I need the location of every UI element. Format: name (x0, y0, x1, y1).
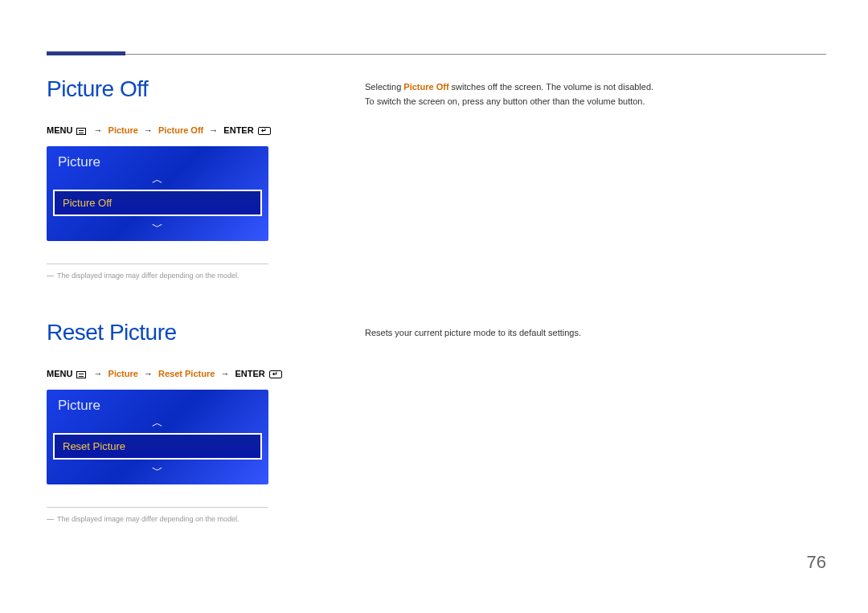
note-content: The displayed image may differ depending… (57, 272, 239, 280)
header-accent-bar (47, 51, 125, 55)
chevron-down-icon: ﹀ (47, 464, 268, 476)
page-number: 76 (807, 552, 826, 573)
note-divider (47, 264, 268, 264)
osd-menu-picture-off: Picture ︿ Picture Off ﹀ (47, 146, 268, 241)
breadcrumb-item-label: Picture Off (158, 125, 203, 135)
arrow-right-icon: → (144, 369, 153, 378)
enter-icon (258, 127, 271, 135)
osd-selected-item: Picture Off (53, 190, 262, 216)
section-title-picture-off: Picture Off (47, 76, 148, 102)
breadcrumb-enter-label: ENTER (223, 125, 253, 135)
breadcrumb-picture-label: Picture (108, 369, 138, 378)
osd-menu-title: Picture (47, 390, 268, 419)
osd-menu-title: Picture (47, 146, 268, 175)
breadcrumb-reset-picture: MENU → Picture → Reset Picture → ENTER (47, 369, 284, 378)
breadcrumb-menu-label: MENU (47, 369, 72, 378)
note-divider (47, 507, 268, 508)
breadcrumb-menu-label: MENU (47, 125, 72, 135)
breadcrumb-item-label: Reset Picture (158, 369, 215, 378)
menu-icon (76, 371, 86, 378)
note-text: ―The displayed image may differ dependin… (47, 515, 239, 523)
body-text-prefix: Selecting (365, 82, 403, 92)
osd-menu-reset-picture: Picture ︿ Reset Picture ﹀ (47, 390, 268, 484)
body-text-suffix: switches off the screen. The volume is n… (449, 82, 654, 92)
enter-icon (269, 370, 282, 378)
description-picture-off: Selecting Picture Off switches off the s… (365, 80, 826, 108)
dash-icon: ― (47, 272, 54, 280)
arrow-right-icon: → (144, 125, 153, 135)
breadcrumb-picture-off: MENU → Picture → Picture Off → ENTER (47, 125, 272, 135)
arrow-right-icon: → (220, 369, 229, 378)
chevron-up-icon: ︿ (47, 417, 268, 428)
header-divider (47, 54, 826, 55)
note-content: The displayed image may differ depending… (57, 515, 239, 523)
section-title-reset-picture: Reset Picture (47, 320, 177, 345)
chevron-down-icon: ﹀ (47, 221, 268, 232)
arrow-right-icon: → (94, 125, 103, 135)
dash-icon: ― (47, 515, 54, 523)
note-text: ―The displayed image may differ dependin… (47, 272, 239, 280)
breadcrumb-picture-label: Picture (108, 125, 138, 135)
osd-selected-item: Reset Picture (53, 433, 262, 460)
description-reset-picture: Resets your current picture mode to its … (365, 326, 826, 341)
body-highlight: Picture Off (403, 82, 448, 92)
breadcrumb-enter-label: ENTER (235, 369, 264, 378)
arrow-right-icon: → (209, 125, 218, 135)
body-text-line2: To switch the screen on, press any butto… (365, 96, 645, 106)
menu-icon (76, 128, 86, 135)
chevron-up-icon: ︿ (47, 174, 268, 185)
arrow-right-icon: → (94, 369, 103, 378)
